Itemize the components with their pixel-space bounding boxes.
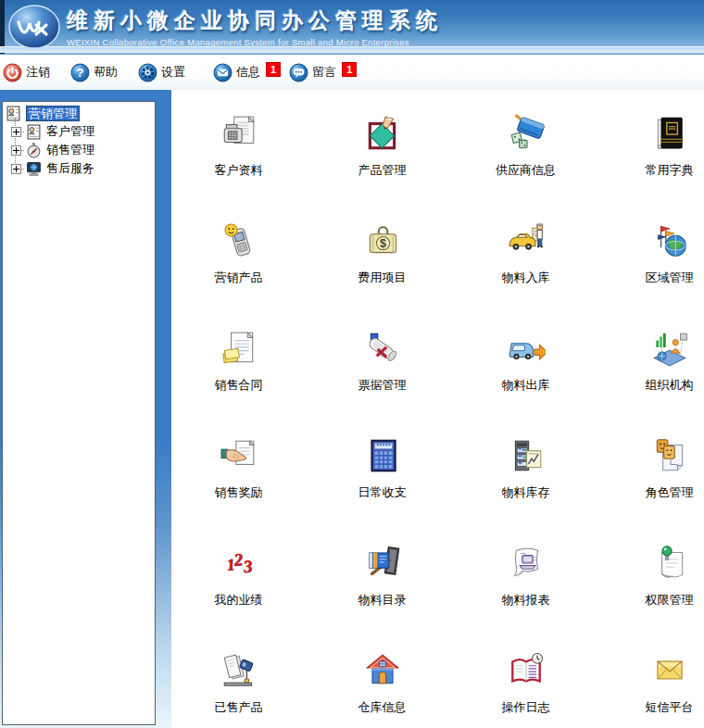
tree: 营销管理 客户管理 销售管理	[3, 102, 155, 178]
app-item-label: 客户资料	[215, 162, 263, 179]
expand-plus-icon[interactable]	[11, 145, 21, 156]
cabinet-chart-icon	[507, 436, 546, 475]
app-item-product-management[interactable]: 产品管理	[310, 103, 454, 210]
guestbook-label: 留言	[312, 63, 336, 82]
messages-button[interactable]: 信息 1	[213, 63, 281, 82]
ticket-roll-icon	[363, 329, 402, 368]
settings-label: 设置	[161, 63, 185, 82]
splitter-handle[interactable]	[157, 90, 171, 728]
app-item-permission-management[interactable]: 权限管理	[597, 533, 704, 640]
app-item-daily-accounts[interactable]: 日常收支	[310, 425, 454, 533]
guestbook-button[interactable]: 留言 1	[289, 63, 357, 82]
app-item-label: 物料出库	[502, 377, 550, 394]
app-item-material-report[interactable]: 物料报表	[454, 533, 597, 640]
org-chart-icon	[650, 329, 689, 368]
app-item-sold-products[interactable]: 已售产品	[171, 640, 310, 728]
app-item-marketing-products[interactable]: 营销产品	[171, 210, 310, 318]
app-item-label: 物料入库	[502, 270, 550, 286]
product-hand-icon	[363, 114, 402, 153]
tree-item-label: 客户管理	[46, 123, 94, 140]
sidebar-frame: 营销管理 客户管理 销售管理	[0, 90, 171, 728]
app-item-material-outbound[interactable]: 物料出库	[454, 318, 597, 425]
logout-label: 注销	[26, 63, 50, 82]
help-icon: ?	[70, 63, 90, 82]
app-item-label: 销售合同	[215, 377, 263, 394]
app-item-organization[interactable]: 组织机构	[597, 318, 704, 425]
app-item-label: 物料报表	[502, 592, 550, 609]
module-grid: 客户资料 产品管理	[171, 103, 704, 728]
mail-icon	[213, 63, 233, 82]
app-title: 维新小微企业协同办公管理系统	[67, 6, 443, 35]
app-item-label: 仓库信息	[358, 699, 407, 716]
tree-item-marketing-management[interactable]: 营销管理	[3, 104, 155, 122]
app-item-material-inbound[interactable]: 物料入库	[454, 210, 597, 318]
settings-button[interactable]: 设置	[138, 63, 185, 82]
tree-item-sales-management[interactable]: 销售管理	[3, 141, 155, 159]
app-item-label: 票据管理	[358, 377, 407, 394]
monitor-icon	[26, 161, 42, 177]
app-item-warehouse-info[interactable]: 仓库信息	[310, 640, 454, 728]
app-item-label: 费用项目	[358, 270, 407, 286]
tree-item-label: 销售管理	[46, 142, 94, 158]
expand-plus-icon[interactable]	[11, 164, 21, 174]
pinned-note-icon	[650, 544, 689, 583]
tree-item-label: 营销管理	[26, 106, 80, 121]
app-item-label: 已售产品	[215, 699, 263, 716]
app-item-common-dictionary[interactable]: 常用字典	[597, 103, 704, 210]
tree-item-label: 售后服务	[46, 160, 94, 177]
app-item-label: 组织机构	[646, 377, 694, 394]
app-item-my-performance[interactable]: 1 1 2 2 3 3 我的业绩	[171, 533, 310, 640]
app-item-material-catalog[interactable]: 物料目录	[310, 533, 454, 640]
numbers-123-icon: 1 1 2 2 3 3	[220, 544, 258, 583]
messages-count-badge[interactable]: 1	[266, 62, 281, 77]
app-item-supplier-info[interactable]: 供应商信息	[454, 103, 597, 210]
app-item-label: 销售奖励	[215, 484, 263, 501]
clipboard-person-icon	[6, 106, 21, 121]
logout-button[interactable]: 注销	[3, 63, 50, 82]
svg-text:?: ?	[76, 66, 83, 80]
app-item-sales-reward[interactable]: 销售奖励	[171, 425, 310, 533]
logbook-clock-icon	[507, 651, 546, 690]
expand-plus-icon[interactable]	[11, 127, 21, 137]
app-item-material-inventory[interactable]: 物料库存	[454, 425, 597, 533]
report-sheet-icon	[507, 544, 546, 583]
app-item-expense-items[interactable]: $ 费用项目	[310, 210, 454, 318]
app-item-invoice-management[interactable]: 票据管理	[310, 318, 454, 425]
app-item-label: 物料库存	[502, 484, 550, 501]
app-item-label: 操作日志	[502, 699, 550, 716]
help-button[interactable]: ? 帮助	[70, 63, 118, 82]
svg-text:3: 3	[241, 556, 253, 576]
help-label: 帮助	[94, 63, 118, 82]
power-icon	[3, 63, 22, 82]
messages-label: 信息	[236, 63, 260, 82]
app-item-label: 权限管理	[646, 592, 694, 609]
tree-item-customer-management[interactable]: 客户管理	[3, 122, 155, 141]
app-item-sms-platform[interactable]: 短信平台	[597, 640, 704, 728]
app-item-label: 角色管理	[646, 484, 694, 501]
app-item-label: 短信平台	[646, 699, 694, 716]
app-item-region-management[interactable]: 区域管理	[597, 210, 704, 318]
money-case-icon: $	[363, 221, 402, 260]
app-item-sales-contract[interactable]: 销售合同	[171, 318, 310, 425]
guestbook-count-badge[interactable]: 1	[342, 62, 357, 77]
app-item-operation-log[interactable]: 操作日志	[454, 640, 597, 728]
app-item-label: 营销产品	[215, 270, 263, 286]
hand-document-icon	[220, 436, 258, 475]
tree-item-after-sales-service[interactable]: 售后服务	[3, 159, 155, 178]
workspace: 客户资料 产品管理	[171, 90, 704, 728]
navigation-tree-panel: 营销管理 客户管理 销售管理	[2, 101, 156, 725]
app-item-label: 我的业绩	[215, 592, 263, 609]
globe-flags-icon	[650, 221, 689, 260]
catalog-magnifier-icon	[363, 544, 402, 583]
supplier-book-icon	[507, 114, 546, 153]
app-item-label: 日常收支	[358, 484, 407, 501]
app-item-customer-data[interactable]: 客户资料	[171, 103, 310, 210]
fax-document-icon	[220, 114, 258, 153]
app-item-role-management[interactable]: 角色管理	[597, 425, 704, 533]
gear-icon	[138, 63, 157, 82]
app-subtitle: WEIXIN Collaborative Office Management S…	[67, 37, 443, 47]
app-item-label: 产品管理	[358, 162, 407, 179]
envelope-icon	[650, 651, 689, 690]
app-item-label: 常用字典	[646, 162, 694, 179]
app-item-label: 供应商信息	[496, 162, 556, 179]
